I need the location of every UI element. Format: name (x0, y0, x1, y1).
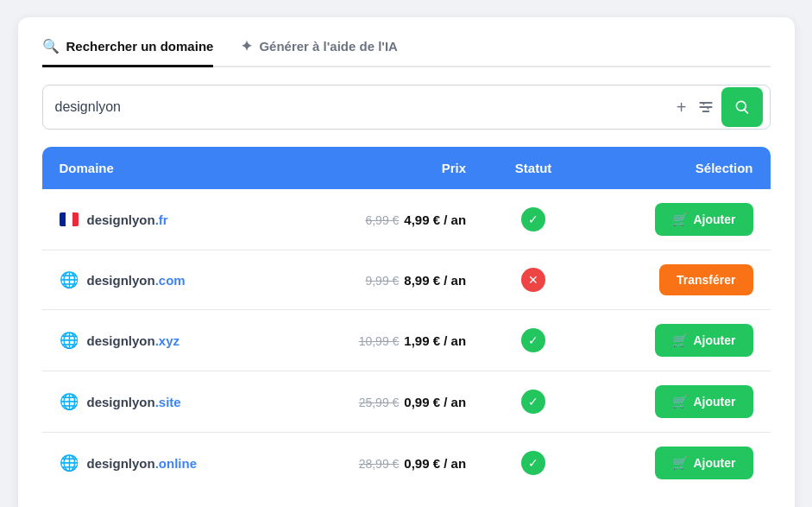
add-button[interactable]: 🛒 Ajouter (655, 203, 753, 236)
col-selection: Sélection (583, 147, 770, 189)
old-price: 28,99 € (359, 457, 400, 471)
price-cell: 9,99 €8,99 € / an (284, 250, 483, 310)
generate-tab-icon: ✦ (241, 38, 252, 54)
col-price: Prix (284, 147, 483, 189)
cart-icon: 🛒 (672, 455, 689, 471)
search-input[interactable] (55, 99, 670, 115)
domain-cell: 🌐designlyon.com (60, 270, 267, 289)
old-price: 10,99 € (359, 334, 400, 348)
domain-extension: .com (155, 273, 186, 288)
table-row: 🌐designlyon.xyz10,99 €1,99 € / an✓🛒 Ajou… (42, 310, 771, 371)
domain-name: designlyon.site (87, 395, 181, 409)
cart-icon: 🛒 (672, 333, 689, 348)
action-cell: 🛒 Ajouter (583, 371, 770, 433)
add-button[interactable]: 🛒 Ajouter (655, 324, 753, 357)
old-price: 9,99 € (365, 274, 399, 288)
main-container: 🔍 Rechercher un domaine ✦ Générer à l'ai… (18, 17, 795, 507)
domain-extension: .fr (155, 212, 168, 227)
domain-name: designlyon.fr (87, 212, 168, 227)
search-row: + (42, 85, 771, 130)
status-cell: ✓ (483, 189, 583, 250)
action-cell: 🛒 Ajouter (583, 189, 770, 250)
globe-icon: 🌐 (60, 453, 79, 472)
price-cell: 28,99 €0,99 € / an (284, 433, 483, 494)
action-cell: Transférer (583, 250, 770, 310)
domain-cell: designlyon.fr (60, 212, 267, 227)
table-row: 🌐designlyon.com9,99 €8,99 € / an✕ Transf… (42, 250, 771, 310)
price-cell: 10,99 €1,99 € / an (284, 310, 483, 371)
table-row: 🌐designlyon.site25,99 €0,99 € / an✓🛒 Ajo… (42, 371, 771, 433)
domain-cell: 🌐designlyon.site (60, 392, 267, 411)
new-price: 0,99 € / an (404, 456, 466, 471)
domain-extension: .xyz (155, 333, 179, 348)
unavailable-icon: ✕ (521, 268, 545, 292)
new-price: 1,99 € / an (404, 333, 466, 348)
domain-extension: .online (155, 456, 197, 471)
old-price: 6,99 € (365, 213, 399, 227)
new-price: 0,99 € / an (404, 395, 466, 409)
col-domain: Domaine (42, 147, 284, 189)
add-button[interactable]: 🛒 Ajouter (655, 447, 753, 479)
domain-name: designlyon.com (87, 273, 186, 288)
globe-icon: 🌐 (60, 331, 79, 350)
status-cell: ✕ (483, 250, 583, 310)
filter-button[interactable] (697, 98, 714, 116)
search-tab-icon: 🔍 (42, 38, 60, 54)
domain-extension: .site (155, 395, 181, 409)
flag-fr-icon (60, 212, 79, 226)
status-cell: ✓ (483, 310, 583, 371)
old-price: 25,99 € (359, 396, 400, 409)
action-cell: 🛒 Ajouter (583, 310, 770, 371)
search-button[interactable] (721, 87, 763, 127)
new-price: 8,99 € / an (404, 273, 466, 288)
available-icon: ✓ (521, 390, 545, 414)
table-row: 🌐designlyon.online28,99 €0,99 € / an✓🛒 A… (42, 433, 771, 494)
cart-icon: 🛒 (672, 394, 689, 409)
status-cell: ✓ (483, 371, 583, 433)
globe-icon: 🌐 (60, 270, 79, 289)
table-header-row: Domaine Prix Statut Sélection (42, 147, 771, 189)
cart-icon: 🛒 (672, 212, 689, 227)
tab-generate-label: Générer à l'aide de l'IA (259, 39, 398, 54)
domain-cell: 🌐designlyon.xyz (60, 331, 267, 350)
tab-search-label: Rechercher un domaine (66, 39, 214, 54)
search-controls: + (677, 98, 714, 116)
results-table: Domaine Prix Statut Sélection designlyon… (42, 147, 771, 493)
add-tld-button[interactable]: + (677, 98, 687, 116)
col-status: Statut (483, 147, 583, 189)
new-price: 4,99 € / an (404, 212, 466, 227)
available-icon: ✓ (521, 207, 545, 231)
price-cell: 6,99 €4,99 € / an (284, 189, 483, 250)
add-button[interactable]: 🛒 Ajouter (655, 385, 753, 418)
domain-cell: 🌐designlyon.online (60, 453, 267, 472)
available-icon: ✓ (521, 451, 545, 475)
domain-name: designlyon.xyz (87, 333, 180, 348)
price-cell: 25,99 €0,99 € / an (284, 371, 483, 433)
tab-generate[interactable]: ✦ Générer à l'aide de l'IA (241, 38, 398, 67)
available-icon: ✓ (521, 328, 545, 352)
tab-search[interactable]: 🔍 Rechercher un domaine (42, 38, 214, 67)
tabs-bar: 🔍 Rechercher un domaine ✦ Générer à l'ai… (42, 38, 771, 67)
globe-icon: 🌐 (60, 392, 79, 411)
status-cell: ✓ (483, 433, 583, 494)
transfer-button[interactable]: Transférer (659, 264, 752, 295)
action-cell: 🛒 Ajouter (583, 433, 770, 494)
table-row: designlyon.fr6,99 €4,99 € / an✓🛒 Ajouter (42, 189, 771, 250)
domain-name: designlyon.online (87, 456, 198, 471)
